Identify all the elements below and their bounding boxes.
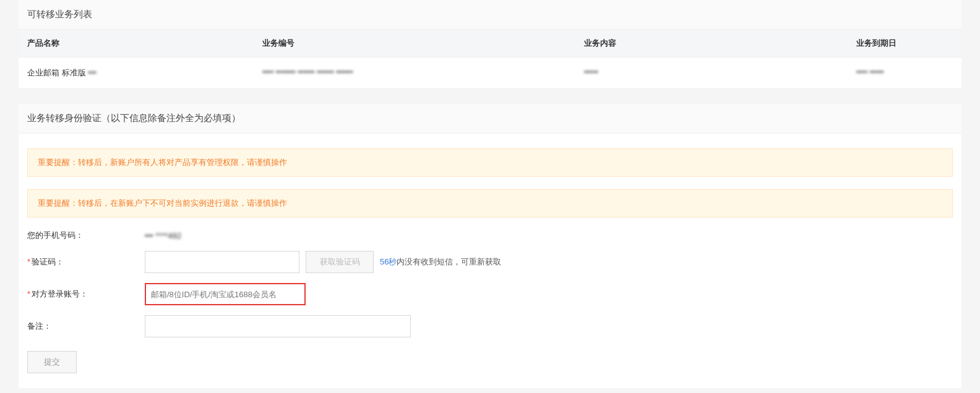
resend-hint: 56秒内没有收到短信，可重新获取 — [380, 256, 501, 268]
table-header: 产品名称 业务编号 业务内容 业务到期日 — [19, 30, 961, 57]
col-header-business-content: 业务内容 — [575, 30, 848, 57]
col-header-expire: 业务到期日 — [848, 30, 961, 57]
phone-label: 您的手机号码： — [27, 230, 145, 241]
warning-2-label: 重要提醒： — [38, 198, 78, 208]
warning-2-text: 转移后，在新账户下不可对当前实例进行退款，请谨慎操作 — [78, 198, 287, 208]
remark-input[interactable] — [145, 315, 411, 337]
cell-expire-masked: •••• ••••• — [856, 67, 884, 77]
section-verify-title: 业务转移身份验证（以下信息除备注外全为必填项） — [19, 104, 961, 133]
verify-code-input[interactable] — [145, 251, 299, 273]
cell-business-content: ••••• — [575, 57, 848, 88]
col-header-product-name: 产品名称 — [19, 30, 254, 57]
table-row: 企业邮箱 标准版 ••• •••• ••••••• •••••• •••••• … — [19, 57, 961, 89]
warning-box-1: 重要提醒：转移后，新账户所有人将对产品享有管理权限，请谨慎操作 — [27, 148, 953, 177]
cell-expire: •••• ••••• — [848, 57, 961, 88]
remark-label: 备注： — [27, 321, 145, 332]
phone-value: ••• ****492 — [145, 231, 181, 240]
warning-1-label: 重要提醒： — [38, 158, 78, 167]
cell-business-code-masked: •••• ••••••• •••••• •••••• •••••• — [262, 67, 353, 77]
target-account-input[interactable] — [145, 283, 306, 305]
required-icon: * — [27, 257, 30, 266]
required-icon: * — [27, 289, 30, 298]
resend-seconds: 56秒 — [380, 257, 397, 266]
cell-product-name-text: 企业邮箱 标准版 — [27, 68, 88, 77]
cell-business-code: •••• ••••••• •••••• •••••• •••••• — [254, 57, 575, 88]
get-code-button[interactable]: 获取验证码 — [306, 251, 374, 273]
submit-button[interactable]: 提交 — [27, 351, 77, 373]
cell-product-name: 企业邮箱 标准版 ••• — [19, 57, 254, 88]
warning-1-text: 转移后，新账户所有人将对产品享有管理权限，请谨慎操作 — [78, 158, 287, 167]
section-list-title: 可转移业务列表 — [19, 0, 961, 30]
cell-product-name-masked: ••• — [88, 68, 97, 77]
target-account-label: *对方登录账号： — [27, 289, 145, 300]
warning-box-2: 重要提醒：转移后，在新账户下不可对当前实例进行退款，请谨慎操作 — [27, 189, 953, 218]
code-label: *验证码： — [27, 256, 145, 268]
col-header-business-code: 业务编号 — [254, 30, 575, 57]
cell-business-content-masked: ••••• — [584, 67, 598, 77]
